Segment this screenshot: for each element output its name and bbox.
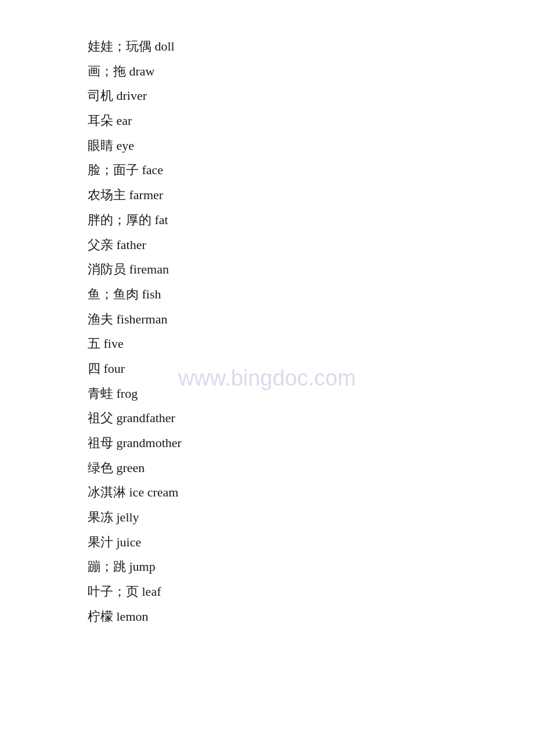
vocab-item: 蹦；跳 jump: [88, 555, 446, 579]
vocab-item: 五 five: [88, 332, 446, 356]
vocab-item: 叶子；页 leaf: [88, 580, 446, 604]
vocab-item: 胖的；厚的 fat: [88, 208, 446, 232]
vocab-item: 柠檬 lemon: [88, 605, 446, 629]
vocab-item: 画；拖 draw: [88, 60, 446, 84]
vocab-item: 眼睛 eye: [88, 134, 446, 158]
vocab-item: 青蛙 frog: [88, 382, 446, 406]
vocab-item: 绿色 green: [88, 456, 446, 480]
vocab-item: 冰淇淋 ice cream: [88, 481, 446, 505]
vocab-item: 鱼；鱼肉 fish: [88, 283, 446, 307]
vocab-item: 四 four: [88, 357, 446, 381]
vocab-item: 父亲 father: [88, 233, 446, 257]
vocab-item: 祖父 grandfather: [88, 406, 446, 430]
vocabulary-list: 娃娃；玩偶 doll画；拖 draw司机 driver耳朵 ear眼睛 eye脸…: [88, 35, 446, 629]
vocab-item: 娃娃；玩偶 doll: [88, 35, 446, 59]
vocab-item: 农场主 farmer: [88, 183, 446, 207]
vocab-item: 耳朵 ear: [88, 109, 446, 133]
main-content: 娃娃；玩偶 doll画；拖 draw司机 driver耳朵 ear眼睛 eye脸…: [0, 0, 534, 665]
vocab-item: 司机 driver: [88, 84, 446, 108]
vocab-item: 渔夫 fisherman: [88, 308, 446, 332]
vocab-item: 消防员 fireman: [88, 258, 446, 282]
vocab-item: 祖母 grandmother: [88, 431, 446, 455]
vocab-item: 果汁 juice: [88, 531, 446, 555]
vocab-item: 脸；面子 face: [88, 159, 446, 182]
vocab-item: 果冻 jelly: [88, 506, 446, 530]
